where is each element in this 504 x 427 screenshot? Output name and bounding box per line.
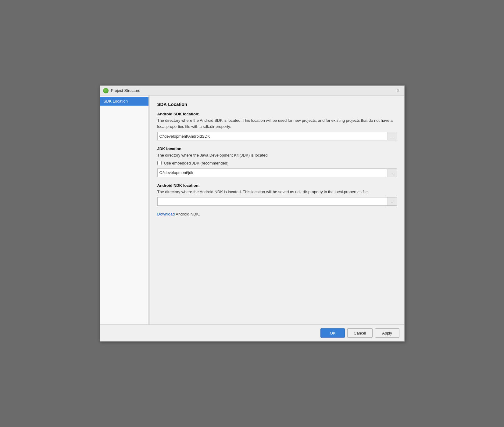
title-bar: Project Structure × — [100, 86, 404, 96]
jdk-input[interactable] — [157, 168, 388, 177]
android-sdk-label: Android SDK location: — [157, 112, 397, 116]
sidebar: SDK Location — [100, 96, 149, 324]
android-ndk-browse-button[interactable]: ... — [388, 197, 397, 206]
apply-button[interactable]: Apply — [375, 328, 399, 338]
project-structure-dialog: Project Structure × SDK Location SDK Loc… — [100, 85, 405, 342]
android-sdk-section: Android SDK location: The directory wher… — [157, 112, 397, 140]
jdk-input-row: ... — [157, 168, 397, 177]
android-sdk-browse-button[interactable]: ... — [388, 132, 397, 140]
jdk-label: JDK location: — [157, 147, 397, 151]
close-button[interactable]: × — [395, 88, 401, 94]
dialog-body: SDK Location SDK Location Android SDK lo… — [100, 96, 404, 324]
android-studio-icon — [103, 88, 109, 93]
android-sdk-input-row: ... — [157, 132, 397, 140]
android-ndk-input-row: ... — [157, 197, 397, 206]
dialog-title: Project Structure — [111, 88, 141, 93]
android-sdk-description: The directory where the Android SDK is l… — [157, 118, 397, 129]
main-content: SDK Location Android SDK location: The d… — [150, 96, 404, 324]
section-title: SDK Location — [157, 102, 397, 107]
ndk-download-suffix: Android NDK. — [175, 212, 200, 216]
android-ndk-description: The directory where the Android NDK is l… — [157, 189, 397, 195]
jdk-description: The directory where the Java Development… — [157, 152, 397, 158]
embedded-jdk-checkbox[interactable] — [157, 161, 162, 165]
jdk-section: JDK location: The directory where the Ja… — [157, 147, 397, 177]
android-ndk-input[interactable] — [157, 197, 388, 206]
title-bar-left: Project Structure — [103, 88, 141, 93]
jdk-browse-button[interactable]: ... — [388, 168, 397, 177]
embedded-jdk-row: Use embedded JDK (recommended) — [157, 161, 397, 165]
android-sdk-input[interactable] — [157, 132, 388, 140]
sidebar-item-sdk-location[interactable]: SDK Location — [100, 97, 148, 106]
dialog-footer: OK Cancel Apply — [100, 324, 404, 341]
ok-button[interactable]: OK — [320, 328, 345, 338]
android-ndk-section: Android NDK location: The directory wher… — [157, 183, 397, 217]
embedded-jdk-label: Use embedded JDK (recommended) — [164, 161, 229, 165]
ndk-download-link[interactable]: Download — [157, 212, 175, 216]
android-ndk-label: Android NDK location: — [157, 183, 397, 188]
ndk-download-text: Download Android NDK. — [157, 212, 397, 216]
cancel-button[interactable]: Cancel — [347, 328, 372, 338]
